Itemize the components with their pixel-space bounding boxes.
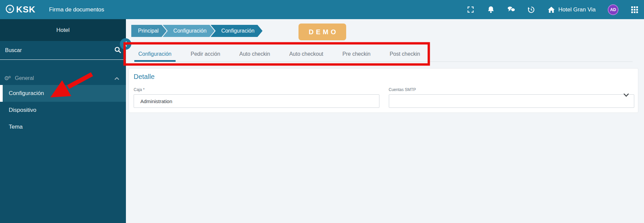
tab-pre-checkin[interactable]: Pre checkin xyxy=(338,47,375,62)
breadcrumb: Principal Configuración Configuración xyxy=(131,25,263,37)
detail-title: Detalle xyxy=(134,73,634,81)
user-avatar[interactable]: AD xyxy=(608,4,618,15)
tab-post-checkin[interactable]: Post checkin xyxy=(385,47,424,62)
sidebar-section-label: General xyxy=(15,75,34,81)
tab-auto-checkout[interactable]: Auto checkout xyxy=(285,47,327,62)
navbar-actions: Hotel Gran Via AD xyxy=(467,4,639,15)
gears-icon: ⚙⚙ xyxy=(4,76,11,81)
caja-field-group: Caja * xyxy=(134,87,379,108)
hotel-name: Hotel Gran Via xyxy=(558,6,596,13)
ksk-logo[interactable]: u KSK xyxy=(5,4,36,15)
sidebar-item-dispositivo[interactable]: Dispositivo xyxy=(0,102,126,119)
chat-icon[interactable] xyxy=(507,6,515,14)
tab-auto-checkin[interactable]: Auto checkin xyxy=(235,47,274,62)
smtp-label: Cuentas SMTP xyxy=(389,87,635,92)
sidebar-hotel-header: Hotel xyxy=(0,19,126,41)
main-content: Principal Configuración Configuración DE… xyxy=(126,19,644,223)
search-input[interactable] xyxy=(0,47,107,53)
sidebar-items: Configuración Dispositivo Tema xyxy=(0,85,126,135)
breadcrumb-principal[interactable]: Principal xyxy=(131,25,167,37)
logo-circle-u-icon: u xyxy=(5,4,14,15)
smtp-field-group: Cuentas SMTP xyxy=(389,87,635,108)
chevron-down-icon xyxy=(624,92,629,98)
caja-label: Caja * xyxy=(134,87,379,92)
sidebar-collapse-button[interactable] xyxy=(120,38,131,50)
home-icon xyxy=(547,6,555,14)
history-icon[interactable] xyxy=(527,6,535,14)
chevron-left-icon xyxy=(123,41,128,47)
top-navbar: u KSK Firma de documentos xyxy=(0,0,644,19)
logo-text: KSK xyxy=(16,4,36,15)
tab-pedir-accion[interactable]: Pedir acción xyxy=(187,47,224,62)
sidebar-item-configuracion[interactable]: Configuración xyxy=(0,85,126,102)
search-icon[interactable] xyxy=(114,46,122,55)
sidebar: Hotel ⚙⚙ General Configuración Dispositi… xyxy=(0,19,126,223)
smtp-select[interactable] xyxy=(389,94,635,108)
hotel-menu[interactable]: Hotel Gran Via xyxy=(547,6,596,14)
grid-icon[interactable] xyxy=(631,6,639,14)
demo-badge: DEMO xyxy=(298,24,346,40)
caja-input[interactable] xyxy=(134,94,379,108)
app-window: u KSK Firma de documentos xyxy=(0,0,644,223)
tab-strip: Configuración Pedir acción Auto checkin … xyxy=(134,47,633,62)
app-title: Firma de documentos xyxy=(49,6,104,13)
breadcrumb-configuracion-1[interactable]: Configuración xyxy=(163,25,215,37)
tab-configuracion[interactable]: Configuración xyxy=(134,47,176,62)
sidebar-item-tema[interactable]: Tema xyxy=(0,119,126,135)
bell-icon[interactable] xyxy=(487,6,495,14)
svg-text:u: u xyxy=(9,7,11,11)
chevron-up-icon xyxy=(114,75,119,81)
detail-form: Caja * Cuentas SMTP xyxy=(134,87,634,108)
breadcrumb-configuracion-2[interactable]: Configuración xyxy=(211,25,263,37)
sidebar-section-general[interactable]: ⚙⚙ General xyxy=(0,73,126,83)
detail-card: Detalle Caja * Cuentas SMTP xyxy=(129,68,638,113)
sidebar-search xyxy=(0,41,126,60)
fullscreen-icon[interactable] xyxy=(467,6,475,14)
